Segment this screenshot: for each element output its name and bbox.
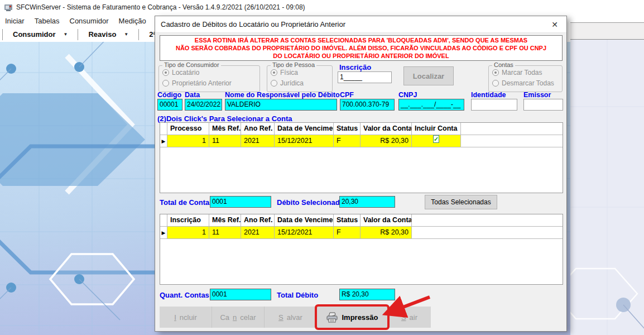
incluir-conta-checkbox[interactable]: ✓	[433, 135, 439, 143]
dropdown-arrow-icon[interactable]: ▼	[64, 32, 68, 37]
localizar-button[interactable]: Localizar	[403, 66, 454, 85]
debito-selecionado-label: Débito Selecionado	[277, 198, 344, 207]
toolbar-separator	[138, 29, 139, 40]
radio-locatario[interactable]: Locatário	[162, 69, 259, 76]
toolbar-consumidor-button[interactable]: Consumidor ▼	[5, 29, 75, 40]
radio-icon	[271, 69, 277, 76]
dialog-button-strip: Incluir Cancelar Salvar Impressão Sair	[160, 307, 431, 328]
incluir-button[interactable]: Incluir	[160, 307, 212, 328]
row-selector-icon: ▶	[160, 135, 167, 147]
cadastro-debitos-dialog: Cadastro de Débitos do Locatário ou Prop…	[155, 16, 567, 332]
row-selector-icon: ▶	[160, 227, 167, 239]
radio-icon	[492, 69, 499, 76]
radio-juridica[interactable]: Jurídica	[271, 79, 332, 87]
table-row[interactable]: ▶ 1 11 2021 15/12/2021 F R$ 20,30	[160, 227, 563, 239]
radio-proprietario-anterior[interactable]: Proprietário Anterior	[162, 79, 259, 87]
debitos-table-header: Inscrição Mês Ref. Ano Ref. Data de Venc…	[160, 214, 563, 227]
app-icon	[4, 3, 13, 12]
dialog-title: Cadastro de Débitos do Locatário ou Prop…	[161, 20, 345, 28]
radio-desmarcar-todas[interactable]: Desmarcar Todas	[492, 79, 562, 87]
debitos-table[interactable]: Inscrição Mês Ref. Ano Ref. Data de Venc…	[160, 214, 563, 285]
debito-selecionado-field[interactable]: 20,30	[339, 196, 395, 208]
radio-marcar-todas[interactable]: Marcar Todas	[492, 69, 562, 76]
codigo-label: Código	[157, 91, 181, 99]
radio-icon	[492, 80, 499, 87]
contas-table[interactable]: Processo Mês Ref. Ano Ref. Data de Venci…	[160, 122, 563, 193]
cpf-input[interactable]: 700.000.370-79	[340, 99, 395, 111]
dropdown-arrow-icon[interactable]: ▼	[124, 32, 128, 37]
main-window-title: SFCWinServer - Sistema de Faturamento e …	[16, 3, 305, 11]
nome-input[interactable]: VALDERIO	[225, 99, 337, 111]
cancelar-button[interactable]: Cancelar	[212, 307, 265, 328]
total-debito-label: Total Débito	[277, 291, 318, 299]
radio-fisica[interactable]: Física	[271, 69, 332, 76]
inscricao-label: Inscrição	[339, 63, 371, 71]
toolbar-separator	[78, 29, 78, 40]
emissor-label: Emissor	[523, 91, 551, 99]
identidade-label: Identidade	[471, 91, 506, 99]
background-window	[570, 22, 644, 335]
total-debito-field[interactable]: R$ 20,30	[339, 289, 395, 300]
group-tipo-consumidor: Tipo de Consumidor Locatário Proprietári…	[158, 65, 260, 92]
warning-message: ESSA ROTINA IRÁ ALTERAR AS CONTAS SELECI…	[160, 35, 563, 61]
total-contas-label: Total de Contas	[160, 198, 214, 207]
double-click-hint: (2)Dois Click's Para Selecionar a Conta	[157, 114, 292, 123]
inscricao-input[interactable]: 1_____	[338, 71, 392, 83]
cnpj-input[interactable]: __.___.___/____-__	[398, 99, 464, 111]
table-row[interactable]: ▶ 1 11 2021 15/12/2021 F R$ 20,30 ✓	[160, 135, 563, 147]
toolbar-separator	[2, 29, 3, 40]
impressao-button[interactable]: Impressão	[317, 307, 388, 328]
quant-contas-field[interactable]: 0001	[210, 289, 271, 300]
group-contas: Contas Marcar Todas Desmarcar Todas	[488, 65, 563, 92]
close-icon[interactable]: ✕	[543, 16, 566, 33]
contas-table-header: Processo Mês Ref. Ano Ref. Data de Venci…	[160, 123, 563, 135]
todas-selecionadas-button[interactable]: Todas Selecionadas	[425, 195, 497, 209]
emissor-input[interactable]	[523, 99, 563, 111]
identidade-input[interactable]	[471, 99, 517, 111]
menu-iniciar[interactable]: Iniciar	[0, 16, 30, 26]
radio-icon	[162, 80, 169, 87]
radio-icon	[271, 80, 277, 87]
cnpj-label: CNPJ	[398, 91, 417, 99]
quant-contas-label: Quant. Contas	[160, 291, 209, 299]
total-contas-field[interactable]: 0001	[210, 196, 271, 208]
toolbar-reaviso-button[interactable]: Reaviso ▼	[80, 29, 136, 40]
cpf-label: CPF	[340, 91, 354, 99]
nome-label: Nome do Responsável pelo Débito	[225, 91, 340, 99]
menu-medicao[interactable]: Medição	[114, 16, 151, 26]
data-input[interactable]: 24/02/2022	[185, 99, 222, 111]
group-tipo-pessoa: Tipo de Pessoa Física Jurídica	[267, 65, 333, 92]
dialog-titlebar: Cadastro de Débitos do Locatário ou Prop…	[155, 16, 566, 33]
main-window-titlebar: SFCWinServer - Sistema de Faturamento e …	[0, 0, 644, 15]
codigo-input[interactable]: 00001	[157, 99, 182, 111]
menu-consumidor[interactable]: Consumidor	[65, 16, 114, 26]
background-window-toolbar	[570, 23, 644, 40]
sair-button[interactable]: Sair	[388, 307, 431, 328]
data-label: Data	[185, 91, 200, 99]
menu-tabelas[interactable]: Tabelas	[30, 16, 65, 26]
printer-icon	[326, 312, 338, 323]
radio-icon	[162, 69, 169, 76]
salvar-button[interactable]: Salvar	[265, 307, 317, 328]
